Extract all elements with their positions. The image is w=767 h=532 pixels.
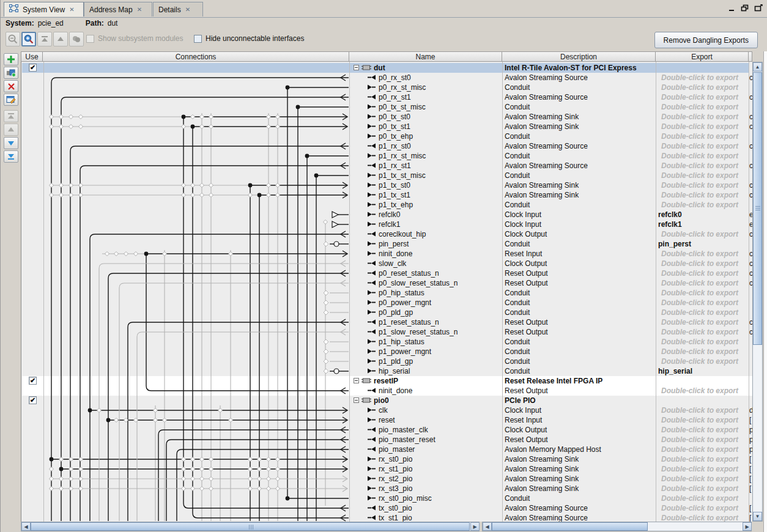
export-cell[interactable]: Double-click to export [656,454,749,464]
table-row[interactable]: rx_st1_pio Avalon Streaming Sink Double-… [350,464,752,474]
name-cell[interactable]: rx_st2_pio [350,474,502,484]
name-cell[interactable]: p1_tx_ehp [350,200,502,210]
table-row[interactable]: rx_st0_pio_misc Conduit Double-click to … [350,493,752,503]
table-row[interactable]: p0_tx_st1 Avalon Streaming Sink Double-c… [350,122,752,131]
name-cell[interactable]: clk [350,405,502,415]
name-cell[interactable]: p1_rx_st_misc [350,151,502,161]
export-cell[interactable] [656,63,749,73]
export-cell[interactable]: Double-click to export [656,151,749,161]
export-cell[interactable]: Double-click to export [656,92,749,102]
export-placeholder[interactable]: Double-click to export [656,142,738,150]
export-placeholder[interactable]: Double-click to export [656,103,738,111]
table-row[interactable]: p1_slow_reset_status_n Reset Output Doub… [350,327,752,337]
table-row[interactable]: p1_power_mgnt Conduit Double-click to ex… [350,347,752,357]
table-row[interactable]: tx_st0_pio Avalon Streaming Source Doubl… [350,503,752,513]
export-placeholder[interactable]: Double-click to export [656,514,738,522]
export-placeholder[interactable]: Double-click to export [656,171,738,180]
tab-system-view[interactable]: System View ✕ [4,2,84,17]
export-cell[interactable]: pin_perst [656,239,749,249]
export-placeholder[interactable]: Double-click to export [656,504,738,512]
name-cell[interactable]: p1_rx_st1 [350,161,502,171]
name-cell[interactable]: ninit_done [350,386,502,396]
column-header-export[interactable]: Export [655,51,749,62]
name-cell[interactable]: pio_master [350,445,502,454]
export-cell[interactable]: Double-click to export [656,122,749,131]
export-placeholder[interactable]: Double-click to export [656,328,738,336]
table-row[interactable]: p0_slow_reset_status_n Reset Output Doub… [350,278,752,288]
table-row[interactable]: pio_master Avalon Memory Mapped Host Dou… [350,445,752,454]
export-cell[interactable]: Double-click to export [656,464,749,474]
export-cell[interactable]: Double-click to export [656,327,749,337]
export-cell[interactable]: Double-click to export [656,161,749,171]
column-header-name[interactable]: Name [349,51,502,62]
export-cell[interactable]: hip_serial [656,366,749,376]
export-placeholder[interactable]: Double-click to export [656,338,738,346]
minimize-icon[interactable] [728,5,735,13]
export-placeholder[interactable]: Double-click to export [656,298,738,307]
table-row[interactable]: clk Clock Input Double-click to export d [350,405,752,415]
export-placeholder[interactable]: Double-click to export [656,191,738,199]
name-cell[interactable]: resetIP [350,376,502,386]
move-up-button[interactable] [53,32,68,46]
export-cell[interactable]: Double-click to export [656,308,749,317]
export-placeholder[interactable]: Double-click to export [656,73,738,82]
export-placeholder[interactable]: Double-click to export [656,289,738,297]
name-cell[interactable]: rx_st1_pio [350,464,502,474]
table-row[interactable]: coreclkout_hip Clock Output Double-click… [350,229,752,239]
export-placeholder[interactable]: Double-click to export [656,279,738,287]
export-cell[interactable]: Double-click to export [656,317,749,327]
vertical-scrollbar-thumb[interactable] [753,72,762,345]
scroll-left-button[interactable]: ◀ [483,522,492,531]
table-row[interactable]: p1_tx_st_misc Conduit Double-click to ex… [350,171,752,180]
export-placeholder[interactable]: Double-click to export [656,465,738,473]
scroll-right-button[interactable]: ▶ [470,522,480,531]
export-cell[interactable] [656,396,749,405]
name-cell[interactable]: p0_slow_reset_status_n [350,278,502,288]
table-row[interactable]: p1_rx_st_misc Conduit Double-click to ex… [350,151,752,161]
fit-view-button[interactable] [69,32,84,46]
horizontal-scrollbar-right[interactable]: ◀ ▶ [482,522,752,531]
tab-close-icon[interactable]: ✕ [69,7,74,13]
remove-dangling-exports-button[interactable]: Remove Dangling Exports [654,32,758,48]
name-cell[interactable]: ninit_done [350,249,502,259]
export-placeholder[interactable]: Double-click to export [656,230,738,238]
export-placeholder[interactable]: Double-click to export [656,426,738,434]
name-cell[interactable]: slow_clk [350,259,502,268]
name-cell[interactable]: pio_master_clk [350,425,502,435]
export-cell[interactable]: Double-click to export [656,415,749,425]
table-row[interactable]: ninit_done Reset Input Double-click to e… [350,249,752,259]
name-cell[interactable]: p1_slow_reset_status_n [350,327,502,337]
export-placeholder[interactable]: Double-click to export [656,347,738,356]
export-placeholder[interactable]: Double-click to export [656,93,738,102]
name-cell[interactable]: p1_tx_st1 [350,190,502,200]
edit-button[interactable] [4,94,18,106]
column-header-use[interactable]: Use [21,51,43,62]
name-cell[interactable]: p0_hip_status [350,288,502,298]
table-row[interactable]: pio_master_clk Clock Output Double-click… [350,425,752,435]
move-down-row-button[interactable] [4,137,18,149]
name-cell[interactable]: refclk0 [350,210,502,220]
export-name[interactable]: refclk1 [656,220,682,229]
export-cell[interactable]: Double-click to export [656,131,749,141]
name-cell[interactable]: rx_st0_pio [350,454,502,464]
export-placeholder[interactable]: Double-click to export [656,455,738,464]
table-row[interactable]: p0_tx_st_misc Conduit Double-click to ex… [350,102,752,112]
export-cell[interactable]: Double-click to export [656,503,749,513]
name-cell[interactable]: p0_tx_st1 [350,122,502,131]
column-header-clock-sliver[interactable] [748,51,752,62]
table-row[interactable]: pin_perst Conduit pin_perst [350,239,752,249]
name-cell[interactable]: coreclkout_hip [350,229,502,239]
name-cell[interactable]: p0_tx_ehp [350,131,502,141]
export-cell[interactable]: Double-click to export [656,425,749,435]
hide-unconnectable-checkbox[interactable] [194,35,202,43]
name-cell[interactable]: reset [350,415,502,425]
export-cell[interactable]: Double-click to export [656,484,749,493]
detach-icon[interactable] [754,4,763,13]
export-placeholder[interactable]: Double-click to export [656,445,738,454]
export-cell[interactable]: Double-click to export [656,474,749,484]
name-cell[interactable]: dut [350,63,502,73]
tab-details[interactable]: Details ✕ [153,2,203,17]
tab-address-map[interactable]: Address Map ✕ [84,2,152,17]
export-name[interactable]: refclk0 [656,210,682,219]
export-cell[interactable]: Double-click to export [656,513,749,522]
